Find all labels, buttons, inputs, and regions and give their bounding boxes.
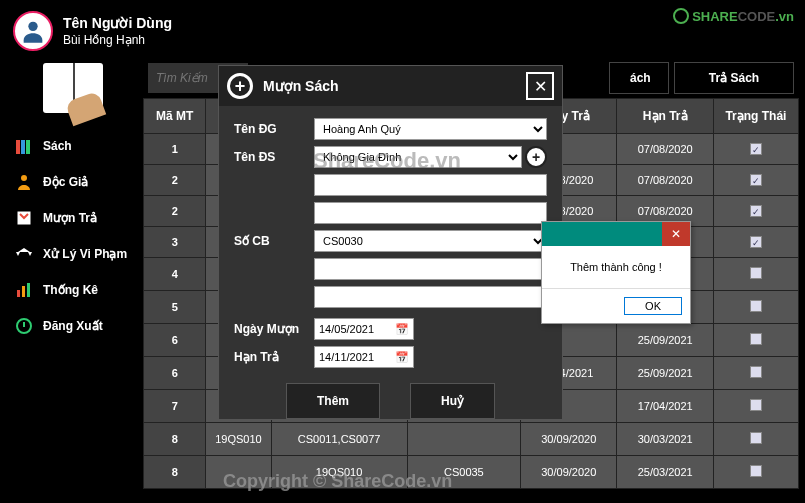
status-cell (713, 357, 798, 390)
status-cell (713, 324, 798, 357)
logout-icon (13, 315, 35, 337)
svg-rect-8 (27, 283, 30, 297)
modal-title: Mượn Sách (263, 78, 339, 94)
open-book-icon (43, 63, 103, 113)
table-cell: 7 (144, 390, 206, 423)
tendg-select[interactable]: Hoàng Anh Quý (314, 118, 547, 140)
checkbox-icon[interactable] (750, 465, 762, 477)
borrow-icon (13, 207, 35, 229)
table-cell: 8 (144, 456, 206, 489)
sidebar-label: Xử Lý Vi Phạm (43, 247, 127, 261)
tab-partial[interactable]: ách (609, 62, 669, 94)
justice-icon (13, 243, 35, 265)
calendar-icon: 📅 (395, 351, 409, 364)
extra-input-1[interactable] (314, 174, 547, 196)
svg-rect-7 (22, 286, 25, 297)
svg-point-4 (21, 175, 27, 181)
sidebar-label: Đăng Xuất (43, 319, 103, 333)
svg-rect-2 (21, 140, 25, 154)
sidebar: Sách Độc Giả Mượn Trả Xử Lý Vi Phạm Thốn… (3, 58, 143, 500)
table-cell: 25/09/2021 (617, 324, 713, 357)
socb-select[interactable]: CS0030 (314, 230, 547, 252)
table-cell: 4 (144, 258, 206, 291)
sidebar-item-thongke[interactable]: Thống Kê (8, 272, 138, 308)
stats-icon (13, 279, 35, 301)
table-cell: 07/08/2020 (617, 165, 713, 196)
recycle-icon (673, 8, 689, 24)
table-cell: 6 (144, 357, 206, 390)
table-cell: 07/08/2020 (617, 134, 713, 165)
muon-sach-modal: + Mượn Sách ✕ Tên ĐG Hoàng Anh Quý Tên Đ… (218, 65, 563, 420)
tends-select[interactable]: Không Gia Đình (314, 146, 522, 168)
svg-rect-1 (16, 140, 20, 154)
them-button[interactable]: Thêm (286, 383, 380, 419)
sidebar-item-muontra[interactable]: Mượn Trả (8, 200, 138, 236)
add-ds-button[interactable]: + (525, 146, 547, 168)
tends-label: Tên ĐS (234, 150, 314, 164)
table-cell: 8 (144, 423, 206, 456)
svg-point-0 (28, 21, 37, 30)
ngaymuon-label: Ngày Mượn (234, 322, 314, 336)
success-alert: ✕ Thêm thành công ! OK (541, 221, 691, 324)
table-cell: 30/09/2020 (521, 456, 617, 489)
user-title: Tên Người Dùng (63, 15, 172, 31)
svg-rect-3 (26, 140, 30, 154)
huy-button[interactable]: Huỷ (410, 383, 495, 419)
status-cell: ✓ (713, 196, 798, 227)
table-cell: CS0035 (407, 456, 520, 489)
table-row[interactable]: 819QS010CS003530/09/202025/03/2021 (144, 456, 799, 489)
avatar (13, 11, 53, 51)
sidebar-item-vipham[interactable]: Xử Lý Vi Phạm (8, 236, 138, 272)
sidebar-item-sach[interactable]: Sách (8, 128, 138, 164)
table-cell: 25/03/2021 (617, 456, 713, 489)
checkbox-icon[interactable]: ✓ (750, 174, 762, 186)
table-cell: 19QS010 (271, 456, 407, 489)
calendar-icon: 📅 (395, 323, 409, 336)
ngaymuon-input[interactable]: 14/05/2021📅 (314, 318, 414, 340)
alert-close-button[interactable]: ✕ (662, 222, 690, 246)
status-cell (713, 291, 798, 324)
checkbox-icon[interactable] (750, 366, 762, 378)
sidebar-item-docgia[interactable]: Độc Giả (8, 164, 138, 200)
sharecode-logo: SHARECODE.vn (673, 8, 794, 24)
tab-trasach[interactable]: Trả Sách (674, 62, 794, 94)
sidebar-item-dangxuat[interactable]: Đăng Xuất (8, 308, 138, 344)
checkbox-icon[interactable] (750, 399, 762, 411)
col-mamt: Mã MT (144, 99, 206, 134)
hantra-input[interactable]: 14/11/2021📅 (314, 346, 414, 368)
modal-close-button[interactable]: ✕ (526, 72, 554, 100)
col-trangthai: Trạng Thái (713, 99, 798, 134)
sidebar-label: Thống Kê (43, 283, 98, 297)
hantra-label: Hạn Trả (234, 350, 314, 364)
table-cell: 2 (144, 165, 206, 196)
checkbox-icon[interactable] (750, 432, 762, 444)
checkbox-icon[interactable]: ✓ (750, 236, 762, 248)
checkbox-icon[interactable]: ✓ (750, 205, 762, 217)
plus-icon: + (227, 73, 253, 99)
status-cell (713, 456, 798, 489)
extra-input-2[interactable] (314, 202, 547, 224)
table-cell: 2 (144, 196, 206, 227)
status-cell (713, 390, 798, 423)
socb-label: Số CB (234, 234, 314, 248)
checkbox-icon[interactable] (750, 333, 762, 345)
status-cell (713, 258, 798, 291)
reader-icon (13, 171, 35, 193)
extra-input-4[interactable] (314, 286, 547, 308)
table-cell: 30/03/2021 (617, 423, 713, 456)
checkbox-icon[interactable] (750, 300, 762, 312)
status-cell: ✓ (713, 165, 798, 196)
table-cell: 17/04/2021 (617, 390, 713, 423)
table-cell: 1 (144, 134, 206, 165)
svg-rect-6 (17, 290, 20, 297)
status-cell (713, 423, 798, 456)
sidebar-label: Sách (43, 139, 72, 153)
checkbox-icon[interactable]: ✓ (750, 143, 762, 155)
checkbox-icon[interactable] (750, 267, 762, 279)
col-hantra: Hạn Trả (617, 99, 713, 134)
table-cell: 5 (144, 291, 206, 324)
extra-input-3[interactable] (314, 258, 547, 280)
sidebar-label: Mượn Trả (43, 211, 97, 225)
table-cell (206, 456, 271, 489)
alert-ok-button[interactable]: OK (624, 297, 682, 315)
